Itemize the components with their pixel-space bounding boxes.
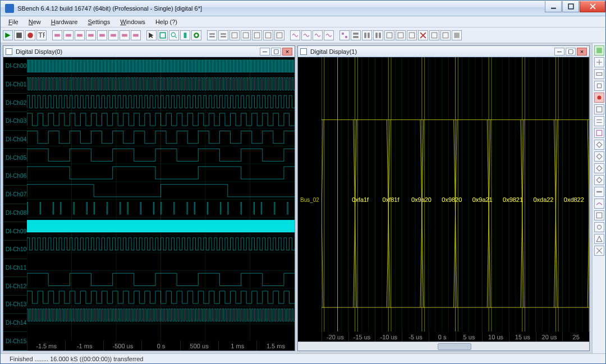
zoom-icon[interactable] [169,30,179,40]
grid-icon-9[interactable] [440,30,451,40]
grid-icon-4[interactable] [373,30,383,40]
view-icon-4[interactable] [324,30,334,40]
channel-label[interactable]: DI-Ch15 [3,332,27,351]
side-icon-7[interactable] [594,116,604,126]
select-icon[interactable] [158,30,168,40]
mdi-close-1[interactable]: × [577,48,587,56]
mdi-titlebar-1[interactable]: Digital Display(1) ─ ▢ × [298,46,589,57]
side-icon-3[interactable] [594,69,604,79]
layout-icon-4[interactable] [241,30,251,40]
play-icon[interactable] [3,30,13,40]
grid-icon-3[interactable] [362,30,372,40]
gear-icon[interactable] [191,30,201,40]
view-icon-2[interactable] [301,30,311,40]
side-icon-10[interactable] [594,151,604,162]
waveform-panel-0[interactable]: DI-Ch00DI-Ch01DI-Ch02DI-Ch03DI-Ch04DI-Ch… [3,57,295,351]
channel-label[interactable]: DI-Ch07 [3,186,27,204]
channel-label[interactable]: DI-Ch05 [3,149,27,167]
side-icon-5[interactable] [594,93,604,103]
layout-icon-2[interactable] [218,30,228,40]
grid-icon-8[interactable] [429,30,439,40]
side-icon-17[interactable] [594,234,604,244]
stop-icon[interactable] [14,30,24,40]
channel-label[interactable]: DI-Ch00 [3,57,27,76]
channel-label[interactable]: DI-Ch10 [3,241,27,259]
side-icon-15[interactable] [594,210,604,220]
waveform-canvas-1[interactable]: 0xfa1f0xf81f0x9a200x98200x9a210x98210xda… [322,57,589,342]
side-icon-13[interactable] [594,187,604,197]
side-icon-9[interactable] [594,140,604,150]
force-trigger-icon[interactable]: TRG [36,30,47,40]
mdi-close-0[interactable]: × [282,48,292,56]
tool-icon-2[interactable] [63,30,74,40]
layout-icon-5[interactable] [252,30,262,40]
side-icon-6[interactable] [594,104,604,114]
channel-label[interactable]: DI-Ch03 [3,112,27,131]
layout-icon-1[interactable] [207,30,217,40]
channel-label[interactable]: DI-Ch12 [3,277,27,296]
channel-label[interactable]: DI-Ch11 [3,259,27,278]
side-icon-4[interactable] [594,81,604,91]
grid-icon-1[interactable] [339,30,350,40]
menu-new[interactable]: New [24,17,45,26]
layout-icon-3[interactable] [229,30,240,40]
channel-label[interactable]: DI-Ch02 [3,94,27,112]
tool-icon-8[interactable] [131,30,141,40]
layout-icon-6[interactable] [263,30,273,40]
titlebar[interactable]: SBench 6.4.12 build 16747 (64bit) (Profe… [1,1,605,16]
close-button[interactable] [580,1,605,12]
menu-file[interactable]: File [4,17,23,26]
grid-icon-7[interactable] [407,30,417,40]
minimize-button[interactable] [545,1,562,12]
mdi-sysmenu-icon[interactable] [6,48,12,55]
side-icon-2[interactable] [594,57,604,67]
mdi-minimize-0[interactable]: ─ [260,48,270,56]
record-icon[interactable] [25,30,35,40]
tool-icon-3[interactable] [75,30,85,40]
grid-icon-5[interactable] [384,30,394,40]
channel-label[interactable]: DI-Ch14 [3,314,27,333]
menu-hardware[interactable]: Hardware [47,17,82,26]
view-icon-1[interactable] [290,30,300,40]
side-icon-12[interactable] [594,175,604,185]
pan-icon[interactable] [180,30,190,40]
axis-tick: -15 us [348,331,375,342]
side-icon-14[interactable] [594,199,604,209]
channel-label[interactable]: DI-Ch04 [3,131,27,149]
menu-windows[interactable]: Windows [116,17,150,26]
waveform-panel-1[interactable]: Bus_02 0xfa1f0xf81f0x9a200x98200x9a210x9… [298,57,589,342]
menu-settings[interactable]: Settings [83,17,114,26]
side-icon-11[interactable] [594,163,604,173]
tool-icon-5[interactable] [97,30,107,40]
maximize-button[interactable] [562,1,579,12]
hscrollbar-1[interactable] [298,342,589,351]
grid-icon-2[interactable] [351,30,361,40]
channel-label[interactable]: DI-Ch09 [3,222,27,241]
delete-icon[interactable] [418,30,428,40]
mdi-maximize-0[interactable]: ▢ [271,48,281,56]
scroll-thumb[interactable] [438,343,471,350]
grid-icon-6[interactable] [396,30,406,40]
channel-label[interactable]: DI-Ch06 [3,167,27,186]
channel-label[interactable]: DI-Ch01 [3,76,27,94]
mdi-sysmenu-icon[interactable] [300,48,307,55]
tool-icon-1[interactable] [52,30,62,40]
waveform-canvas-0[interactable]: -1.5 ms-1 ms-500 us0 s500 us1 ms1.5 ms [27,57,295,351]
mdi-maximize-1[interactable]: ▢ [566,48,576,56]
channel-label[interactable]: DI-Ch08 [3,204,27,223]
side-icon-18[interactable] [594,246,604,256]
tool-icon-4[interactable] [86,30,96,40]
side-icon-8[interactable] [594,128,604,138]
view-icon-3[interactable] [313,30,323,40]
tool-icon-7[interactable] [120,30,130,40]
channel-label[interactable]: DI-Ch13 [3,296,27,314]
tool-icon-6[interactable] [108,30,118,40]
side-icon-16[interactable] [594,222,604,232]
side-icon-1[interactable] [594,45,604,56]
cursor-icon[interactable] [146,30,157,40]
layout-icon-7[interactable] [274,30,284,40]
mdi-titlebar-0[interactable]: Digital Display(0) ─ ▢ × [3,46,295,57]
menu-help[interactable]: Help (?) [151,17,182,26]
mdi-minimize-1[interactable]: ─ [554,48,564,56]
grid-icon-10[interactable] [452,30,462,40]
